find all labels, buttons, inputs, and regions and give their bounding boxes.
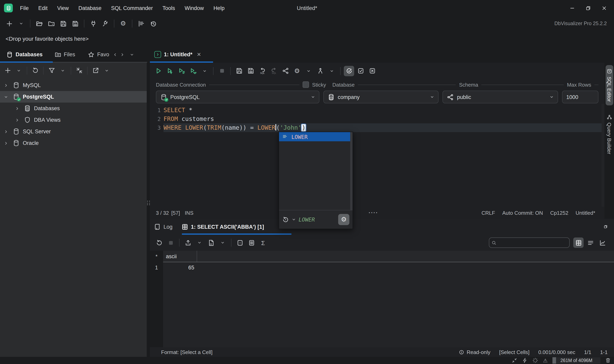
close-button[interactable]	[598, 3, 610, 13]
eol-indicator[interactable]: CRLF	[481, 210, 495, 216]
editor-tab-untitled[interactable]: 1: Untitled* ✕	[154, 51, 201, 58]
refresh-tree-button[interactable]	[30, 65, 40, 76]
chevron-right-icon[interactable]	[4, 141, 10, 145]
schema-select[interactable]: public	[443, 91, 558, 103]
splitter-grip[interactable]	[147, 201, 150, 205]
export-button[interactable]	[183, 237, 193, 248]
tab-log[interactable]: Log	[154, 223, 172, 230]
filter-button[interactable]	[46, 65, 57, 76]
open-recent-button[interactable]	[46, 18, 56, 29]
chevron-down-icon[interactable]	[130, 52, 134, 56]
redo-sql-button[interactable]	[269, 66, 279, 76]
execute-button[interactable]	[153, 66, 164, 76]
format-sql-button[interactable]	[315, 66, 325, 76]
results-maximize-button[interactable]	[604, 225, 608, 229]
connection-select[interactable]: PostgreSQL	[156, 91, 319, 103]
share-button[interactable]	[280, 66, 291, 76]
sql-code-editor[interactable]: 123 SELECT *FROM customersWHERE LOWER(TR…	[150, 104, 604, 207]
tree-item-sql-server[interactable]: SQL Server	[0, 126, 147, 137]
open-in-window-dropdown[interactable]	[101, 65, 112, 76]
save-sql-button[interactable]	[234, 66, 244, 76]
autocomplete-item-lower[interactable]: LOWER	[279, 132, 353, 141]
tree-item-mysql[interactable]: MySQL	[0, 79, 147, 91]
copy-as-button[interactable]	[206, 237, 216, 248]
save-sql-as-button[interactable]	[245, 66, 256, 76]
format-sql-dropdown[interactable]	[327, 66, 337, 76]
task-list-button[interactable]	[136, 18, 146, 29]
chevron-down-icon[interactable]	[4, 95, 10, 99]
menu-window[interactable]: Window	[185, 5, 204, 11]
encoding-indicator[interactable]: Cp1252	[550, 210, 568, 216]
menu-help[interactable]: Help	[213, 5, 225, 11]
tree-item-databases[interactable]: Databases	[0, 103, 147, 114]
tab-result-set[interactable]: 1: SELECT ASCII('ABBA') [1]	[181, 223, 264, 230]
tree-item-dba-views[interactable]: DBA Views	[0, 114, 147, 126]
new-button[interactable]	[4, 18, 14, 29]
editor-settings-dropdown[interactable]	[303, 66, 314, 76]
editor-scrollbar[interactable]	[602, 104, 604, 207]
chevron-right-icon[interactable]	[120, 52, 124, 56]
tab-databases[interactable]: Databases	[6, 51, 42, 58]
settings-button[interactable]: ⚙	[118, 18, 128, 29]
chevron-right-icon[interactable]	[15, 106, 21, 110]
open-in-window-button[interactable]	[90, 65, 101, 76]
row-number[interactable]: 1	[150, 262, 163, 273]
chevron-left-icon[interactable]	[113, 52, 117, 56]
auto-completion-toggle[interactable]	[344, 66, 354, 76]
tab-query-builder[interactable]: Query Builder	[605, 111, 613, 158]
popup-scrollbar[interactable]	[350, 132, 353, 210]
shrink-icon[interactable]	[512, 358, 517, 363]
sticky-checkbox[interactable]	[303, 81, 309, 88]
new-dropdown-button[interactable]	[16, 18, 26, 29]
menu-database[interactable]: Database	[78, 5, 101, 11]
cell-ascii[interactable]: 65	[163, 262, 197, 273]
tree-item-oracle[interactable]: Oracle	[0, 137, 147, 149]
rerun-button[interactable]	[154, 237, 164, 248]
menu-edit[interactable]: Edit	[38, 5, 48, 11]
stop-button[interactable]	[217, 66, 227, 76]
history-button[interactable]	[148, 18, 158, 29]
column-header-ascii[interactable]: ascii	[163, 251, 197, 262]
validate-toggle[interactable]	[355, 66, 366, 76]
text-view-button[interactable]	[585, 237, 596, 248]
tree-item-postgresql[interactable]: PostgreSQL	[0, 91, 147, 103]
table-row[interactable]: 65	[163, 262, 614, 273]
execute-current-button[interactable]	[165, 66, 175, 76]
tab-files[interactable]: Files	[55, 51, 75, 58]
chart-view-button[interactable]	[597, 237, 608, 248]
minimize-button[interactable]	[566, 3, 578, 13]
grid-corner-cell[interactable]: *	[150, 251, 163, 262]
autocomplete-settings-button[interactable]: ⚙	[338, 214, 349, 225]
error-toggle[interactable]	[367, 66, 377, 76]
row-viewer-button[interactable]	[246, 237, 257, 248]
aggregate-button[interactable]: Σ	[258, 237, 268, 248]
execute-explain-button[interactable]	[188, 66, 198, 76]
grid-view-button[interactable]	[573, 237, 584, 248]
search-input[interactable]	[498, 239, 567, 246]
warning-icon[interactable]: ⚠	[543, 357, 548, 364]
chevron-right-icon[interactable]	[4, 130, 10, 133]
trash-icon[interactable]	[605, 358, 611, 363]
execute-buffer-button[interactable]	[176, 66, 187, 76]
filter-dropdown[interactable]	[57, 65, 68, 76]
undo-sql-button[interactable]	[257, 66, 267, 76]
memory-indicator[interactable]: 261M of 4096M	[552, 357, 600, 364]
export-dropdown[interactable]	[194, 237, 205, 248]
autocommit-indicator[interactable]: Auto Commit: ON	[502, 210, 543, 216]
save-button[interactable]	[58, 18, 68, 29]
chevron-right-icon[interactable]	[15, 118, 21, 122]
favorites-drop-bar[interactable]: <Drop your favorite objects here>	[0, 31, 614, 46]
tab-sql-editor[interactable]: SQL Editor	[605, 65, 613, 105]
menu-sql-commander[interactable]: SQL Commander	[111, 5, 153, 11]
restore-button[interactable]	[582, 3, 594, 13]
menu-tools[interactable]: Tools	[163, 5, 175, 11]
open-file-button[interactable]	[34, 18, 44, 29]
result-grid[interactable]: * ascii 1 65	[150, 251, 614, 347]
menu-view[interactable]: View	[57, 5, 69, 11]
save-as-button[interactable]	[70, 18, 80, 29]
connect-button[interactable]	[88, 18, 98, 29]
sync-icon[interactable]	[282, 216, 289, 223]
chevron-right-icon[interactable]	[4, 83, 10, 87]
horizontal-splitter-grip[interactable]: ····	[369, 209, 378, 216]
editor-settings-button[interactable]: ⚙	[292, 66, 302, 76]
